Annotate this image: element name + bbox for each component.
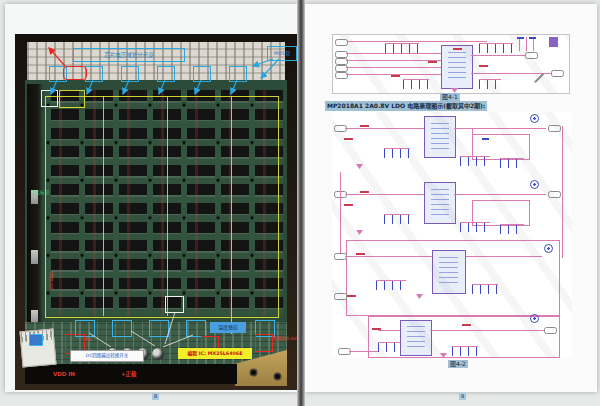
- connector-symbol: [334, 293, 347, 300]
- capacitor-group: [472, 284, 498, 294]
- wire: [519, 37, 520, 51]
- capacitor-group: [384, 148, 410, 158]
- connector-symbol: [544, 327, 557, 334]
- testpoint-symbol: [544, 244, 553, 253]
- wire: [346, 60, 441, 61]
- red-net-label: [428, 61, 437, 63]
- capacitor-group: [460, 156, 490, 166]
- ground-symbol: [356, 164, 363, 169]
- ground-symbol: [356, 230, 363, 235]
- ic-symbol: [424, 116, 456, 158]
- connector-symbol: [548, 191, 561, 198]
- capacitor-group: [378, 342, 400, 352]
- ic-symbol: [400, 320, 432, 356]
- wire: [533, 37, 534, 51]
- capacitor-group: [479, 43, 513, 53]
- wire: [346, 53, 441, 54]
- component-mark: [529, 37, 536, 39]
- testpoint-symbol: [530, 180, 539, 189]
- capacitor-group: [403, 79, 429, 89]
- document-viewer: VDD IN +正极: [0, 0, 600, 406]
- wire: [346, 67, 441, 68]
- red-net-label: [347, 295, 356, 297]
- red-net-label: [391, 75, 400, 77]
- capacitor-group: [384, 214, 410, 224]
- wire: [347, 41, 487, 42]
- capacitor-group: [500, 158, 524, 168]
- red-net-label: [344, 138, 353, 140]
- page-divider: [297, 0, 305, 406]
- red-net-label: [356, 253, 365, 255]
- red-net-label: [360, 191, 369, 193]
- capacitor-group: [500, 224, 524, 234]
- red-net-label: [344, 204, 353, 206]
- red-net-label: [479, 65, 488, 67]
- connector-symbol: [525, 52, 538, 59]
- testpoint-symbol: [530, 114, 539, 123]
- ic-symbol: [424, 182, 456, 224]
- component-mark: [517, 37, 524, 39]
- red-net-label: [462, 324, 471, 326]
- wire: [430, 330, 544, 331]
- capacitor-group: [452, 346, 478, 356]
- wire: [471, 55, 525, 56]
- figure1-caption: 图4-1: [440, 93, 460, 101]
- connector-symbol: [551, 70, 564, 77]
- diode-symbol: [534, 73, 544, 83]
- wire: [454, 128, 546, 129]
- annotation-arrows: [15, 34, 297, 390]
- wire: [526, 37, 527, 51]
- red-net-label: [360, 125, 369, 127]
- right-page-number: 9: [459, 393, 466, 400]
- wire: [562, 126, 563, 258]
- hashboard-photo: VDD IN +正极: [15, 34, 297, 390]
- component-mark: [482, 138, 489, 140]
- capacitor-group: [479, 79, 501, 89]
- ic-symbol: [432, 250, 466, 294]
- schematic-figure-1: [332, 34, 570, 94]
- capacitor-group: [385, 43, 419, 53]
- wire: [349, 351, 378, 352]
- red-net-label: [453, 48, 462, 50]
- wire: [345, 128, 425, 129]
- connector-block: [549, 37, 558, 47]
- testpoint-symbol: [530, 314, 539, 323]
- wire: [471, 73, 551, 74]
- wire: [378, 330, 400, 331]
- left-page: VDD IN +正极: [5, 4, 298, 392]
- red-net-label: [372, 328, 381, 330]
- wire: [472, 128, 473, 156]
- capacitor-group: [376, 280, 406, 290]
- capacitor-group: [460, 222, 490, 232]
- ic-symbol: [441, 45, 473, 89]
- section-heading: MP2018A1 2A0.8V LDO 电路原理图示(截取其中2期):: [325, 101, 487, 111]
- figure2-caption: 图4-2: [448, 360, 468, 368]
- connector-symbol: [548, 125, 561, 132]
- left-page-number: 8: [152, 393, 159, 400]
- wire: [345, 194, 425, 195]
- schematic-figure-2: [332, 112, 572, 358]
- wire: [340, 172, 341, 260]
- wire: [454, 194, 546, 195]
